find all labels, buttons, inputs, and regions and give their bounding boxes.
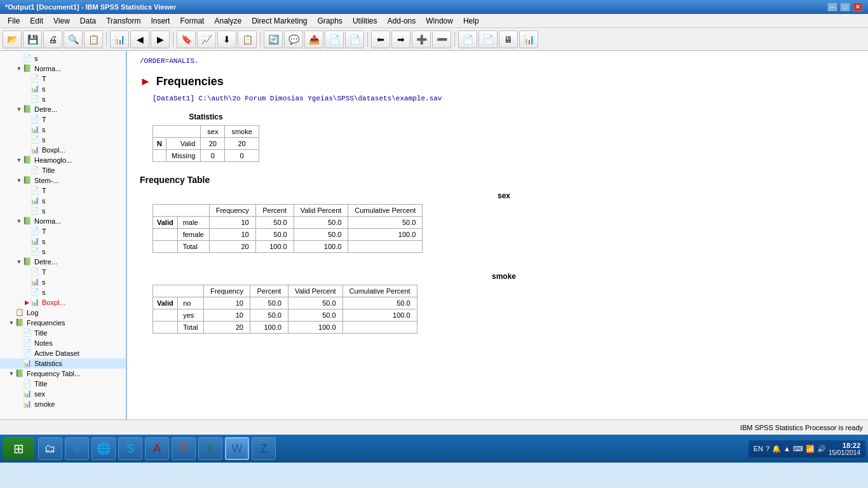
minimize-button[interactable]: ─ bbox=[827, 3, 837, 11]
menu-utilities[interactable]: Utilities bbox=[348, 15, 383, 27]
menu-data[interactable]: Data bbox=[75, 15, 101, 27]
freq-button[interactable]: 📈 bbox=[197, 30, 216, 48]
tree-item-fstats[interactable]: 📊 Statistics bbox=[0, 358, 126, 369]
taskbar-excel[interactable]: X bbox=[198, 437, 222, 460]
tree-item-ffsex[interactable]: 📊 sex bbox=[0, 389, 126, 399]
minus-button[interactable]: ➖ bbox=[432, 30, 451, 48]
layout1-button[interactable]: 📄 bbox=[458, 30, 477, 48]
menu-window[interactable]: Window bbox=[421, 15, 458, 27]
page-icon-ftitle: 📄 bbox=[23, 329, 33, 337]
status-bar: IBM SPSS Statistics Processor is ready bbox=[0, 419, 868, 435]
tree-item-s2[interactable]: 📊 s bbox=[0, 84, 126, 94]
tree-item-norm2[interactable]: ▼ 📗 Norma... bbox=[0, 216, 126, 226]
tree-item-detr2[interactable]: ▼ 📗 Detre... bbox=[0, 257, 126, 267]
taskbar-chrome[interactable]: 🌐 bbox=[92, 437, 116, 460]
tree-item-ffreqtab[interactable]: ▼ 📗 Frequency Tabl... bbox=[0, 369, 126, 379]
open-button[interactable]: 📂 bbox=[3, 30, 22, 48]
doc1-button[interactable]: 📄 bbox=[325, 30, 344, 48]
tree-item-factive[interactable]: 📄 Active Dataset bbox=[0, 348, 126, 358]
menu-format[interactable]: Format bbox=[175, 15, 209, 27]
tree-item-ftitle[interactable]: 📄 Title bbox=[0, 328, 126, 338]
menu-transform[interactable]: Transform bbox=[101, 15, 146, 27]
tree-item-norma1[interactable]: ▼ 📗 Norma... bbox=[0, 64, 126, 74]
tree-item-log[interactable]: 📋 Log bbox=[0, 308, 126, 318]
tree-item-fftitle[interactable]: 📄 Title bbox=[0, 379, 126, 389]
tree-item-title1[interactable]: 📄 Title bbox=[0, 165, 126, 175]
save-button[interactable]: 💾 bbox=[23, 30, 42, 48]
tree-item-fnotes[interactable]: 📄 Notes bbox=[0, 338, 126, 348]
recall-button[interactable]: 📋 bbox=[84, 30, 103, 48]
maximize-button[interactable]: □ bbox=[840, 3, 850, 11]
close-button[interactable]: ✕ bbox=[853, 3, 863, 11]
down-button[interactable]: ⬇ bbox=[217, 30, 236, 48]
menu-file[interactable]: File bbox=[3, 15, 25, 27]
tree-item-s11[interactable]: 📄 s bbox=[0, 287, 126, 297]
tree-item-heam[interactable]: ▼ 📗 Heamoglo... bbox=[0, 155, 126, 165]
tree-item-stem[interactable]: ▼ 📗 Stem-... bbox=[0, 175, 126, 186]
page-icon-t4: 📄 bbox=[31, 227, 41, 236]
tree-item-s10[interactable]: 📊 s bbox=[0, 277, 126, 287]
find-button[interactable]: 🔍 bbox=[64, 30, 83, 48]
tree-item-ffsmoke[interactable]: 📊 smoke bbox=[0, 399, 126, 409]
tree-item-s4[interactable]: 📊 s bbox=[0, 125, 126, 135]
menu-direct-marketing[interactable]: Direct Marketing bbox=[247, 15, 312, 27]
tree-item-detr1[interactable]: ▼ 📗 Detre... bbox=[0, 104, 126, 114]
taskbar-word[interactable]: W bbox=[225, 437, 249, 460]
menu-insert[interactable]: Insert bbox=[146, 15, 175, 27]
tree-item-t4[interactable]: 📄 T bbox=[0, 226, 126, 236]
tree-item-t5[interactable]: 📄 T bbox=[0, 267, 126, 277]
sex-frequency-table: Frequency Percent Valid Percent Cumulati… bbox=[153, 204, 423, 253]
tree-item-s6[interactable]: 📊 s bbox=[0, 196, 126, 206]
taskbar-lang: EN bbox=[754, 445, 763, 452]
window-controls[interactable]: ─ □ ✕ bbox=[827, 3, 863, 11]
menu-view[interactable]: View bbox=[48, 15, 75, 27]
tree-item-t1[interactable]: 📄 T bbox=[0, 74, 126, 84]
taskbar: ⊞ 🗂 e 🌐 S A P X W Z EN ? 🔔 ▲ ⌨ 📶 🔊 18:22… bbox=[0, 435, 868, 463]
taskbar-powerpoint[interactable]: P bbox=[172, 437, 196, 460]
taskbar-acrobat[interactable]: A bbox=[145, 437, 169, 460]
data-button[interactable]: 📋 bbox=[238, 30, 257, 48]
taskbar-explorer[interactable]: 🗂 bbox=[38, 437, 62, 460]
print-button[interactable]: 🖨 bbox=[43, 30, 62, 48]
taskbar-spss[interactable]: Z bbox=[252, 437, 276, 460]
tree-item-boxp1[interactable]: 📊 Boxpl... bbox=[0, 145, 126, 155]
tree-item-s3[interactable]: 📄 s bbox=[0, 94, 126, 104]
menu-edit[interactable]: Edit bbox=[25, 15, 48, 27]
plus-button[interactable]: ➕ bbox=[412, 30, 431, 48]
menu-help[interactable]: Help bbox=[458, 15, 484, 27]
book-icon-freqs: 📗 bbox=[15, 318, 25, 327]
tree-item-t2[interactable]: 📄 T bbox=[0, 114, 126, 125]
bookmark-button[interactable]: 🔖 bbox=[177, 30, 196, 48]
comment-button[interactable]: 💬 bbox=[284, 30, 303, 48]
tree-panel[interactable]: 📄 s ▼ 📗 Norma... 📄 T 📊 s 📄 s bbox=[0, 51, 127, 419]
doc2-button[interactable]: 📄 bbox=[345, 30, 364, 48]
screen-button[interactable]: 🖥 bbox=[499, 30, 518, 48]
tree-item-s8[interactable]: 📊 s bbox=[0, 236, 126, 247]
tree-item-s1[interactable]: 📄 s bbox=[0, 53, 126, 64]
export-button[interactable]: 📤 bbox=[304, 30, 323, 48]
statistics-caption: Statistics bbox=[153, 112, 259, 121]
tree-item-s9[interactable]: 📄 s bbox=[0, 247, 126, 257]
tree-item-boxp2[interactable]: ▶ 📊 Boxpl... bbox=[0, 297, 126, 308]
nav-back-button[interactable]: ⬅ bbox=[371, 30, 390, 48]
menu-analyze[interactable]: Analyze bbox=[209, 15, 247, 27]
tree-item-s5[interactable]: 📄 s bbox=[0, 135, 126, 145]
tree-item-frequencies[interactable]: ▼ 📗 Frequencies bbox=[0, 318, 126, 328]
menu-addons[interactable]: Add-ons bbox=[383, 15, 421, 27]
taskbar-skype[interactable]: S bbox=[118, 437, 142, 460]
stats-col-smoke: smoke bbox=[225, 126, 259, 138]
chart-button[interactable]: 📊 bbox=[110, 30, 129, 48]
content-area[interactable]: /ORDER=ANALIS. ► Frequencies [DataSet1] … bbox=[127, 51, 868, 419]
forward-button[interactable]: ▶ bbox=[151, 30, 170, 48]
start-button[interactable]: ⊞ bbox=[3, 437, 34, 460]
back-button[interactable]: ◀ bbox=[130, 30, 149, 48]
layout2-button[interactable]: 📄 bbox=[478, 30, 498, 48]
nav-fwd-button[interactable]: ➡ bbox=[391, 30, 410, 48]
taskbar-ie[interactable]: e bbox=[65, 437, 89, 460]
output-button[interactable]: 📊 bbox=[519, 30, 538, 48]
refresh-button[interactable]: 🔄 bbox=[264, 30, 283, 48]
tree-item-s7[interactable]: 📄 s bbox=[0, 206, 126, 216]
tree-item-t3[interactable]: 📄 T bbox=[0, 186, 126, 196]
menu-graphs[interactable]: Graphs bbox=[313, 15, 348, 27]
chart-icon-s2: 📊 bbox=[31, 85, 41, 93]
